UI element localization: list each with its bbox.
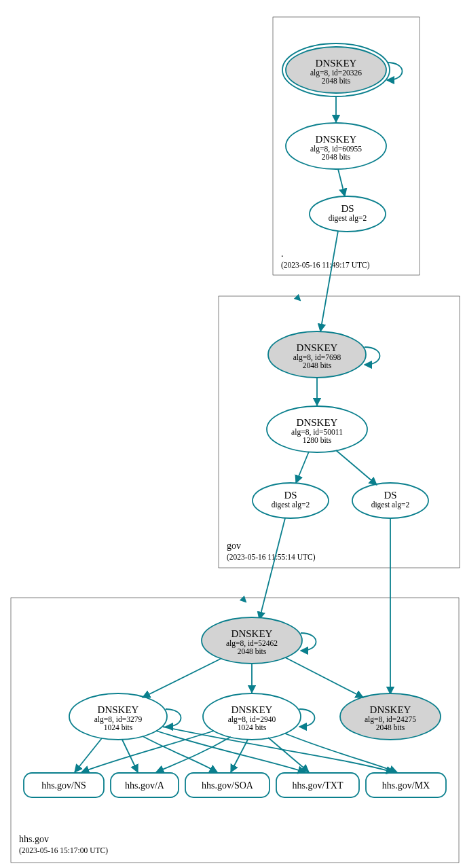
svg-text:digest alg=2: digest alg=2 bbox=[371, 501, 410, 509]
node-root-zsk: DNSKEY alg=8, id=60955 2048 bits bbox=[286, 123, 386, 169]
svg-text:hhs.gov/MX: hhs.gov/MX bbox=[382, 780, 430, 791]
svg-text:hhs.gov/SOA: hhs.gov/SOA bbox=[202, 780, 254, 791]
svg-text:2048 bits: 2048 bits bbox=[238, 647, 267, 655]
node-gov-ksk: DNSKEY alg=8, id=7698 2048 bits bbox=[268, 331, 380, 378]
node-root-ds: DS digest alg=2 bbox=[310, 196, 386, 232]
svg-text:DNSKEY: DNSKEY bbox=[370, 704, 411, 715]
svg-text:DS: DS bbox=[384, 490, 396, 501]
node-hhs-extra: DNSKEY alg=8, id=24275 2048 bits bbox=[340, 693, 441, 740]
rr-ns: hhs.gov/NS bbox=[24, 773, 104, 797]
svg-text:1024 bits: 1024 bits bbox=[238, 723, 267, 731]
svg-text:hhs.gov/A: hhs.gov/A bbox=[125, 780, 165, 791]
rr-a: hhs.gov/A bbox=[111, 773, 179, 797]
svg-text:DNSKEY: DNSKEY bbox=[231, 704, 273, 715]
svg-text:2048 bits: 2048 bits bbox=[322, 77, 351, 85]
edge-govzsk-ds1 bbox=[296, 452, 309, 483]
svg-text:DS: DS bbox=[341, 203, 354, 214]
zone-hhs-label: hhs.gov bbox=[19, 834, 49, 844]
svg-text:hhs.gov/TXT: hhs.gov/TXT bbox=[292, 780, 343, 791]
edge-rootds-govksk bbox=[320, 231, 338, 331]
node-gov-zsk: DNSKEY alg=8, id=50011 1280 bits bbox=[267, 406, 367, 452]
zone-gov-time: (2023-05-16 11:55:14 UTC) bbox=[227, 553, 316, 562]
svg-text:DNSKEY: DNSKEY bbox=[316, 134, 357, 145]
node-gov-ds1: DS digest alg=2 bbox=[253, 483, 329, 518]
svg-text:DS: DS bbox=[284, 490, 297, 501]
svg-text:DNSKEY: DNSKEY bbox=[98, 704, 139, 715]
svg-text:1280 bits: 1280 bits bbox=[303, 436, 332, 444]
node-hhs-ksk: DNSKEY alg=8, id=52462 2048 bits bbox=[202, 617, 316, 664]
rr-soa: hhs.gov/SOA bbox=[185, 773, 269, 797]
zone-gov-label: gov bbox=[227, 541, 241, 551]
self-loop-icon bbox=[166, 709, 181, 727]
svg-text:DNSKEY: DNSKEY bbox=[297, 417, 338, 428]
svg-text:digest alg=2: digest alg=2 bbox=[329, 214, 367, 223]
zone-root-label: . bbox=[281, 249, 284, 259]
svg-text:DNSKEY: DNSKEY bbox=[316, 58, 357, 69]
edge-govds1-hhsksk bbox=[259, 518, 285, 619]
node-gov-ds2: DS digest alg=2 bbox=[352, 483, 428, 518]
edge-hhsksk-zsk1 bbox=[143, 659, 221, 698]
self-loop-icon bbox=[299, 709, 315, 727]
zone-hhs-time: (2023-05-16 15:17:00 UTC) bbox=[19, 846, 108, 855]
delegation-arrow-icon bbox=[285, 285, 300, 300]
delegation-arrow-icon bbox=[231, 587, 246, 602]
zone-root-time: (2023-05-16 11:49:17 UTC) bbox=[281, 261, 370, 270]
svg-text:DNSKEY: DNSKEY bbox=[297, 342, 338, 353]
svg-text:2048 bits: 2048 bits bbox=[376, 723, 405, 731]
node-root-ksk: DNSKEY alg=8, id=20326 2048 bits bbox=[282, 43, 403, 96]
edge-hhsksk-extra bbox=[285, 657, 363, 698]
edge-root-zsk-ds bbox=[338, 169, 345, 196]
self-loop-icon bbox=[301, 633, 316, 651]
rr-mx: hhs.gov/MX bbox=[366, 773, 446, 797]
svg-text:2048 bits: 2048 bits bbox=[303, 361, 332, 369]
node-hhs-zsk2: DNSKEY alg=8, id=2940 1024 bits bbox=[203, 693, 315, 740]
edge-govzsk-ds2 bbox=[336, 450, 377, 485]
svg-text:DNSKEY: DNSKEY bbox=[231, 628, 273, 639]
svg-text:digest alg=2: digest alg=2 bbox=[272, 501, 310, 509]
svg-text:2048 bits: 2048 bits bbox=[322, 153, 351, 161]
rr-txt: hhs.gov/TXT bbox=[276, 773, 359, 797]
svg-text:hhs.gov/NS: hhs.gov/NS bbox=[41, 780, 86, 791]
self-loop-icon bbox=[365, 347, 380, 365]
svg-text:1024 bits: 1024 bits bbox=[104, 723, 133, 731]
